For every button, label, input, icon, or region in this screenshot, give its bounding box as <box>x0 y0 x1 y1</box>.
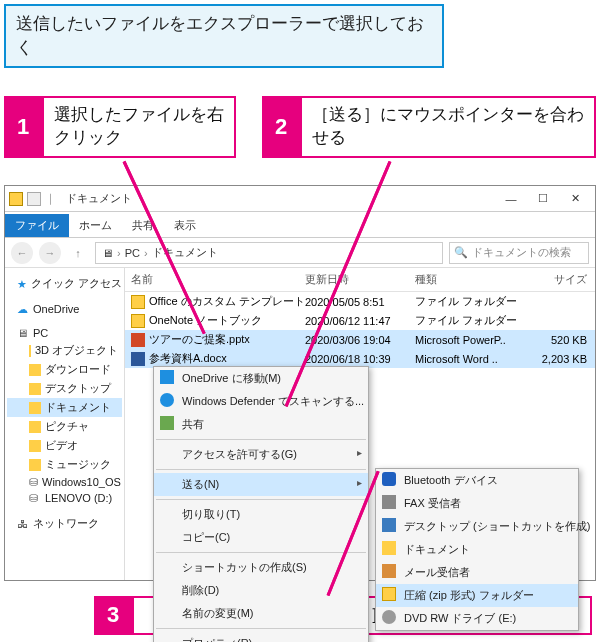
menu-documents[interactable]: ドキュメント <box>376 538 578 561</box>
nav-desktop[interactable]: デスクトップ <box>7 379 122 398</box>
search-placeholder: ドキュメントの検索 <box>472 245 571 260</box>
nav-lenovo-drive[interactable]: ⛁LENOVO (D:) <box>7 490 122 506</box>
nav-onedrive[interactable]: ☁OneDrive <box>7 301 122 317</box>
search-input[interactable]: 🔍 ドキュメントの検索 <box>449 242 589 264</box>
menu-fax[interactable]: FAX 受信者 <box>376 492 578 515</box>
nav-label: ミュージック <box>45 457 111 472</box>
col-name[interactable]: 名前 <box>125 272 305 287</box>
nav-label: OneDrive <box>33 303 79 315</box>
star-icon: ★ <box>17 278 27 290</box>
nav-fwd-button[interactable]: → <box>39 242 61 264</box>
breadcrumb[interactable]: 🖥 › PC › ドキュメント <box>95 242 443 264</box>
menu-desktop-shortcut[interactable]: デスクトップ (ショートカットを作成) <box>376 515 578 538</box>
nav-os-drive[interactable]: ⛁Windows10_OS (C:) <box>7 474 122 490</box>
nav-pictures[interactable]: ピクチャ <box>7 417 122 436</box>
col-type[interactable]: 種類 <box>415 272 535 287</box>
file-date: 2020/03/06 19:04 <box>305 334 415 346</box>
file-type: ファイル フォルダー <box>415 294 535 309</box>
step-2-text: ［送る］にマウスポインターを合わせる <box>300 96 596 158</box>
shield-icon <box>160 393 174 407</box>
nav-downloads[interactable]: ダウンロード <box>7 360 122 379</box>
menu-copy[interactable]: コピー(C) <box>154 526 368 549</box>
menu-grant-access[interactable]: アクセスを許可する(G) <box>154 443 368 466</box>
bluetooth-icon <box>382 472 396 486</box>
menu-properties[interactable]: プロパティ(R) <box>154 632 368 642</box>
qat-icon <box>27 192 41 206</box>
table-row[interactable]: ツアーのご提案.pptx 2020/03/06 19:04 Microsoft … <box>125 330 595 349</box>
step-3-number: 3 <box>94 596 132 635</box>
zip-icon <box>382 587 396 601</box>
window-title: ドキュメント <box>66 191 132 206</box>
file-date: 2020/06/18 10:39 <box>305 353 415 365</box>
nav-music[interactable]: ミュージック <box>7 455 122 474</box>
menu-separator <box>156 499 366 500</box>
tab-view[interactable]: 表示 <box>164 214 206 237</box>
menu-rename[interactable]: 名前の変更(M) <box>154 602 368 625</box>
step-1: 1 選択したファイルを右クリック <box>4 96 236 158</box>
minimize-button[interactable]: — <box>495 188 527 210</box>
nav-label: Windows10_OS (C:) <box>42 476 125 488</box>
column-headers[interactable]: 名前 更新日時 種類 サイズ <box>125 268 595 292</box>
pptx-icon <box>131 333 145 347</box>
menu-send-to[interactable]: 送る(N) <box>154 473 368 496</box>
folder-icon <box>131 295 145 309</box>
file-name: Office のカスタム テンプレート <box>149 294 305 309</box>
menu-defender-scan[interactable]: Windows Defender でスキャンする... <box>154 390 368 413</box>
menu-cut[interactable]: 切り取り(T) <box>154 503 368 526</box>
folder-icon <box>131 314 145 328</box>
file-type: ファイル フォルダー <box>415 313 535 328</box>
share-icon <box>160 416 174 430</box>
nav-label: クイック アクセス <box>31 276 122 291</box>
nav-label: ネットワーク <box>33 516 99 531</box>
nav-label: ビデオ <box>45 438 78 453</box>
step-2-number: 2 <box>262 96 300 158</box>
file-name: OneNote ノートブック <box>149 313 262 328</box>
nav-pane: ★クイック アクセス ☁OneDrive 🖥PC 3D オブジェクト ダウンロー… <box>5 268 125 580</box>
menu-mail-recipient[interactable]: メール受信者 <box>376 561 578 584</box>
nav-pc[interactable]: 🖥PC <box>7 325 122 341</box>
menu-zip-folder[interactable]: 圧縮 (zip 形式) フォルダー <box>376 584 578 607</box>
folder-icon <box>29 440 41 452</box>
step-1-number: 1 <box>4 96 42 158</box>
nav-documents[interactable]: ドキュメント <box>7 398 122 417</box>
mail-icon <box>382 564 396 578</box>
col-size[interactable]: サイズ <box>535 272 595 287</box>
network-icon: 🖧 <box>17 518 29 530</box>
col-date[interactable]: 更新日時 <box>305 272 415 287</box>
breadcrumb-pc[interactable]: PC <box>125 247 140 259</box>
fax-icon <box>382 495 396 509</box>
nav-back-button[interactable]: ← <box>11 242 33 264</box>
nav-label: デスクトップ <box>45 381 111 396</box>
onedrive-icon <box>160 370 174 384</box>
maximize-button[interactable]: ☐ <box>527 188 559 210</box>
nav-videos[interactable]: ビデオ <box>7 436 122 455</box>
file-size: 2,203 KB <box>535 353 595 365</box>
nav-quick-access[interactable]: ★クイック アクセス <box>7 274 122 293</box>
nav-label: PC <box>33 327 48 339</box>
close-button[interactable]: ✕ <box>559 188 591 210</box>
menu-bluetooth[interactable]: Bluetooth デバイス <box>376 469 578 492</box>
nav-label: ドキュメント <box>45 400 111 415</box>
folder-icon <box>9 192 23 206</box>
file-size: 520 KB <box>535 334 595 346</box>
disc-icon <box>382 610 396 624</box>
menu-move-onedrive[interactable]: OneDrive に移動(M) <box>154 367 368 390</box>
nav-label: ピクチャ <box>45 419 89 434</box>
desktop-icon <box>382 518 396 532</box>
nav-label: ダウンロード <box>45 362 111 377</box>
file-type: Microsoft Word .. <box>415 353 535 365</box>
sendto-submenu: Bluetooth デバイス FAX 受信者 デスクトップ (ショートカットを作… <box>375 468 579 631</box>
nav-up-button[interactable]: ↑ <box>67 242 89 264</box>
menu-dvd-drive[interactable]: DVD RW ドライブ (E:) <box>376 607 578 630</box>
tab-file[interactable]: ファイル <box>5 214 69 237</box>
nav-network[interactable]: 🖧ネットワーク <box>7 514 122 533</box>
tab-home[interactable]: ホーム <box>69 214 122 237</box>
ribbon-tabs: ファイル ホーム 共有 表示 <box>5 212 595 238</box>
titlebar: ｜ ドキュメント — ☐ ✕ <box>5 186 595 212</box>
nav-3d-objects[interactable]: 3D オブジェクト <box>7 341 122 360</box>
menu-delete[interactable]: 削除(D) <box>154 579 368 602</box>
table-row[interactable]: Office のカスタム テンプレート 2020/05/05 8:51 ファイル… <box>125 292 595 311</box>
folder-icon <box>29 345 31 357</box>
step-2: 2 ［送る］にマウスポインターを合わせる <box>262 96 596 158</box>
menu-share[interactable]: 共有 <box>154 413 368 436</box>
